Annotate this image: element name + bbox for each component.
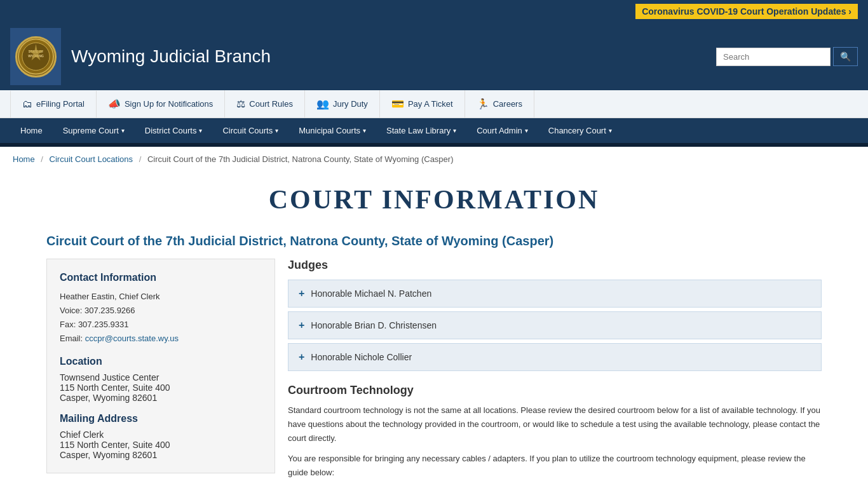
nav-supreme-court[interactable]: Supreme Court ▾	[53, 118, 135, 143]
site-header: STATE OF WYOMING Wyoming Judicial Branch…	[0, 23, 868, 90]
nav-court-admin[interactable]: Court Admin ▾	[466, 118, 538, 143]
judge-name-2: Honorable Brian D. Christensen	[311, 320, 437, 330]
quick-nav-pay-ticket[interactable]: 💳 Pay A Ticket	[380, 90, 465, 118]
breadcrumb: Home / Circuit Court Locations / Circuit…	[0, 147, 868, 172]
judges-title: Judges	[288, 259, 822, 272]
nav-municipal-courts-label: Municipal Courts	[299, 126, 360, 135]
chief-clerk-name: Heather Eastin, Chief Clerk	[60, 290, 262, 304]
nav-state-law-library-label: State Law Library	[386, 126, 451, 135]
email-link[interactable]: cccpr@courts.state.wy.us	[85, 334, 179, 343]
nav-supreme-court-label: Supreme Court	[63, 126, 119, 135]
chevron-down-icon: ▾	[275, 127, 278, 134]
chevron-down-icon: ▾	[609, 127, 612, 134]
expand-icon: +	[299, 320, 304, 331]
quick-nav-jury-duty[interactable]: 👥 Jury Duty	[305, 90, 380, 118]
court-title: Circuit Court of the 7th Judicial Distri…	[46, 234, 822, 248]
left-panel: Contact Information Heather Eastin, Chie…	[46, 259, 275, 473]
expand-icon: +	[299, 351, 304, 363]
quick-nav-jury-duty-label: Jury Duty	[333, 99, 368, 109]
quick-nav-efiling[interactable]: 🗂 eFiling Portal	[10, 91, 97, 118]
search-button[interactable]: 🔍	[833, 47, 858, 66]
breadcrumb-current: Circuit Court of the 7th Judicial Distri…	[147, 154, 454, 164]
mailing-line1: Chief Clerk	[60, 430, 262, 440]
nav-court-admin-label: Court Admin	[477, 126, 522, 135]
chevron-down-icon: ▾	[363, 127, 366, 134]
judge-item-3[interactable]: + Honorable Nichole Collier	[288, 343, 822, 371]
location-line2: 115 North Center, Suite 400	[60, 383, 262, 393]
nav-municipal-courts[interactable]: Municipal Courts ▾	[288, 118, 376, 143]
pay-ticket-icon: 💳	[391, 98, 404, 110]
courtroom-tech-title: Courtroom Technology	[288, 384, 822, 397]
nav-circuit-courts[interactable]: Circuit Courts ▾	[212, 118, 288, 143]
location-line1: Townsend Justice Center	[60, 372, 262, 383]
chevron-down-icon: ▾	[121, 127, 125, 134]
right-panel: Judges + Honorable Michael N. Patchen + …	[288, 259, 822, 486]
page-main-title: COURT INFORMATION	[46, 184, 822, 215]
location-title: Location	[60, 356, 262, 367]
nav-chancery-court-label: Chancery Court	[548, 126, 606, 135]
voice-number: Voice: 307.235.9266	[60, 304, 262, 318]
nav-home[interactable]: Home	[10, 118, 53, 143]
courtroom-tech-paragraph2: You are responsible for bringing any nec…	[288, 452, 822, 480]
contact-section-title: Contact Information	[60, 272, 262, 283]
fax-number: Fax: 307.235.9331	[60, 318, 262, 332]
quick-nav-notifications-label: Sign Up for Notifications	[125, 99, 213, 109]
breadcrumb-home[interactable]: Home	[13, 154, 35, 164]
nav-chancery-court[interactable]: Chancery Court ▾	[538, 118, 622, 143]
email-label: Email:	[60, 334, 85, 343]
chevron-down-icon: ▾	[199, 127, 202, 134]
email-line: Email: cccpr@courts.state.wy.us	[60, 332, 262, 346]
covid-banner: Coronavirus COVID-19 Court Operation Upd…	[0, 0, 868, 23]
location-info: Townsend Justice Center 115 North Center…	[60, 372, 262, 403]
nav-circuit-courts-label: Circuit Courts	[222, 126, 273, 135]
search-input[interactable]	[716, 48, 831, 66]
location-line3: Casper, Wyoming 82601	[60, 393, 262, 403]
nav-district-courts[interactable]: District Courts ▾	[135, 118, 213, 143]
mailing-line3: Casper, Wyoming 82601	[60, 450, 262, 460]
careers-icon: 🏃	[477, 98, 489, 110]
header-left: STATE OF WYOMING Wyoming Judicial Branch	[10, 28, 271, 85]
quick-nav: 🗂 eFiling Portal 📣 Sign Up for Notificat…	[0, 90, 868, 118]
court-rules-icon: ⚖	[236, 98, 245, 110]
covid-link[interactable]: Coronavirus COVID-19 Court Operation Upd…	[635, 4, 858, 19]
quick-nav-court-rules-label: Court Rules	[249, 99, 293, 109]
nav-district-courts-label: District Courts	[145, 126, 197, 135]
breadcrumb-separator: /	[139, 154, 142, 164]
quick-nav-court-rules[interactable]: ⚖ Court Rules	[225, 90, 305, 118]
quick-nav-notifications[interactable]: 📣 Sign Up for Notifications	[97, 90, 225, 118]
judge-item-1[interactable]: + Honorable Michael N. Patchen	[288, 280, 822, 308]
expand-icon: +	[299, 288, 304, 299]
chevron-down-icon: ▾	[453, 127, 456, 134]
mailing-line2: 115 North Center, Suite 400	[60, 440, 262, 450]
court-columns: Contact Information Heather Eastin, Chie…	[46, 259, 822, 486]
logo-wrap: STATE OF WYOMING	[10, 28, 61, 85]
quick-nav-careers-label: Careers	[493, 99, 522, 109]
page-content: COURT INFORMATION Circuit Court of the 7…	[34, 172, 834, 488]
quick-nav-careers[interactable]: 🏃 Careers	[465, 90, 534, 118]
quick-nav-efiling-label: eFiling Portal	[36, 99, 85, 109]
courtroom-tech-paragraph1: Standard courtroom technology is not the…	[288, 403, 822, 445]
logo-circle: STATE OF WYOMING	[15, 36, 57, 78]
judge-name-1: Honorable Michael N. Patchen	[311, 288, 431, 299]
main-nav: Home Supreme Court ▾ District Courts ▾ C…	[0, 118, 868, 143]
judge-name-3: Honorable Nichole Collier	[311, 352, 412, 362]
breadcrumb-circuit-locations[interactable]: Circuit Court Locations	[50, 154, 133, 164]
chevron-down-icon: ▾	[525, 127, 528, 134]
nav-state-law-library[interactable]: State Law Library ▾	[376, 118, 466, 143]
header-search: 🔍	[716, 47, 858, 66]
efiling-icon: 🗂	[22, 98, 32, 110]
mailing-title: Mailing Address	[60, 413, 262, 424]
mailing-info: Chief Clerk 115 North Center, Suite 400 …	[60, 430, 262, 460]
judge-item-2[interactable]: + Honorable Brian D. Christensen	[288, 311, 822, 339]
contact-info: Heather Eastin, Chief Clerk Voice: 307.2…	[60, 290, 262, 346]
site-title: Wyoming Judicial Branch	[71, 46, 271, 67]
quick-nav-pay-ticket-label: Pay A Ticket	[408, 99, 453, 109]
jury-duty-icon: 👥	[316, 98, 329, 110]
notifications-icon: 📣	[108, 98, 121, 110]
nav-home-label: Home	[20, 126, 43, 135]
breadcrumb-separator: /	[41, 154, 43, 164]
